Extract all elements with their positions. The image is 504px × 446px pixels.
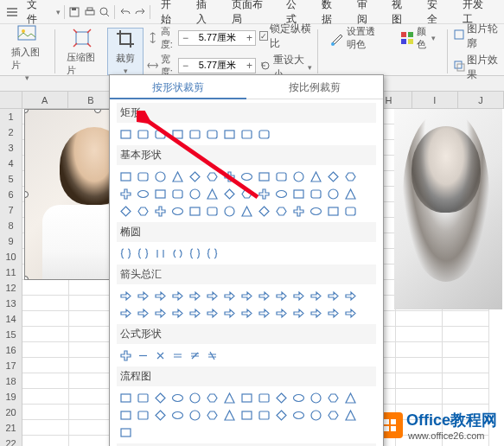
- transparent-color-button[interactable]: 设置透明色: [323, 28, 390, 48]
- shape-option[interactable]: [205, 127, 220, 142]
- shape-option[interactable]: [309, 289, 323, 303]
- shape-option[interactable]: [188, 408, 202, 423]
- row-header[interactable]: 8: [0, 218, 22, 233]
- col-header[interactable]: J: [458, 92, 504, 108]
- shape-option[interactable]: [136, 204, 150, 219]
- shape-option[interactable]: [118, 204, 133, 219]
- row-header[interactable]: 18: [0, 373, 22, 389]
- shape-option[interactable]: [257, 187, 271, 201]
- tab-review[interactable]: 审阅: [350, 0, 384, 29]
- shape-option[interactable]: [170, 348, 185, 363]
- shape-option[interactable]: [170, 187, 185, 201]
- shape-option[interactable]: [222, 187, 237, 201]
- shape-option[interactable]: [136, 306, 150, 321]
- col-header[interactable]: A: [22, 92, 68, 108]
- shape-option[interactable]: [257, 204, 271, 219]
- shape-option[interactable]: [274, 306, 289, 321]
- row-header[interactable]: 19: [0, 389, 22, 405]
- shape-option[interactable]: [257, 408, 271, 423]
- shape-option[interactable]: [291, 169, 306, 184]
- shape-option[interactable]: [118, 425, 133, 440]
- shape-option[interactable]: [326, 187, 341, 201]
- shape-option[interactable]: [291, 391, 306, 405]
- row-header[interactable]: 17: [0, 358, 22, 373]
- redo-icon[interactable]: [133, 5, 146, 19]
- tab-data[interactable]: 数据: [315, 0, 348, 29]
- shape-option[interactable]: [343, 187, 358, 201]
- shape-option[interactable]: [136, 408, 150, 423]
- preview-icon[interactable]: [98, 5, 111, 19]
- tab-security[interactable]: 安全: [420, 0, 454, 29]
- shape-option[interactable]: [239, 306, 254, 321]
- row-header[interactable]: 10: [0, 249, 22, 264]
- shape-option[interactable]: [170, 408, 185, 423]
- shape-option[interactable]: [257, 391, 271, 405]
- row-header[interactable]: 1: [0, 109, 22, 124]
- shape-option[interactable]: [153, 246, 168, 261]
- row-header[interactable]: 2: [0, 124, 22, 140]
- shape-option[interactable]: [188, 348, 202, 363]
- shape-option[interactable]: [222, 289, 237, 303]
- shape-option[interactable]: [326, 306, 341, 321]
- shape-option[interactable]: [326, 289, 341, 303]
- shape-option[interactable]: [136, 127, 150, 142]
- row-header[interactable]: 12: [0, 280, 22, 296]
- height-spinbox[interactable]: −5.77厘米+: [178, 30, 256, 46]
- shape-option[interactable]: [118, 169, 133, 184]
- shape-option[interactable]: [274, 204, 289, 219]
- menu-icon[interactable]: [5, 5, 18, 19]
- cell[interactable]: [443, 389, 489, 405]
- shape-option[interactable]: [222, 391, 237, 405]
- shape-option[interactable]: [309, 169, 323, 184]
- shape-option[interactable]: [170, 204, 185, 219]
- shape-option[interactable]: [309, 408, 323, 423]
- color-button[interactable]: 颜色▾: [393, 28, 442, 48]
- cell[interactable]: [22, 436, 69, 446]
- shape-option[interactable]: [118, 246, 133, 261]
- shape-option[interactable]: [257, 306, 271, 321]
- shape-option[interactable]: [153, 187, 168, 201]
- shape-option[interactable]: [136, 246, 150, 261]
- cell[interactable]: [22, 327, 69, 342]
- row-header[interactable]: 15: [0, 327, 22, 342]
- shape-option[interactable]: [205, 306, 220, 321]
- shape-option[interactable]: [326, 391, 341, 405]
- row-header[interactable]: 7: [0, 202, 22, 218]
- shape-option[interactable]: [222, 204, 237, 219]
- cell[interactable]: [396, 373, 443, 389]
- shape-option[interactable]: [205, 169, 220, 184]
- save-icon[interactable]: [68, 5, 81, 19]
- shape-option[interactable]: [343, 391, 358, 405]
- lock-ratio-checkbox[interactable]: ✓锁定纵横比: [259, 22, 312, 51]
- shape-option[interactable]: [205, 204, 220, 219]
- shape-option[interactable]: [326, 408, 341, 423]
- cell[interactable]: [22, 342, 69, 358]
- shape-option[interactable]: [118, 391, 133, 405]
- shape-option[interactable]: [274, 289, 289, 303]
- row-header[interactable]: 5: [0, 171, 22, 187]
- shape-option[interactable]: [118, 289, 133, 303]
- shape-option[interactable]: [153, 127, 168, 142]
- shape-option[interactable]: [274, 187, 289, 201]
- shape-option[interactable]: [205, 408, 220, 423]
- cell[interactable]: [396, 342, 443, 358]
- picture-effect-button[interactable]: 图片效果: [453, 53, 499, 82]
- shape-option[interactable]: [274, 408, 289, 423]
- shape-option[interactable]: [274, 169, 289, 184]
- cell[interactable]: [22, 389, 69, 405]
- shape-option[interactable]: [291, 306, 306, 321]
- shape-option[interactable]: [291, 289, 306, 303]
- shape-option[interactable]: [170, 169, 185, 184]
- shape-option[interactable]: [205, 348, 220, 363]
- cell[interactable]: [22, 280, 69, 296]
- shape-option[interactable]: [239, 204, 254, 219]
- shape-option[interactable]: [343, 289, 358, 303]
- shape-option[interactable]: [291, 187, 306, 201]
- row-header[interactable]: 20: [0, 405, 22, 420]
- shape-option[interactable]: [170, 127, 185, 142]
- cell[interactable]: [443, 311, 489, 327]
- crop-by-shape-tab[interactable]: 按形状裁剪: [110, 75, 246, 99]
- shape-option[interactable]: [188, 187, 202, 201]
- cell[interactable]: [22, 420, 69, 436]
- shape-option[interactable]: [170, 306, 185, 321]
